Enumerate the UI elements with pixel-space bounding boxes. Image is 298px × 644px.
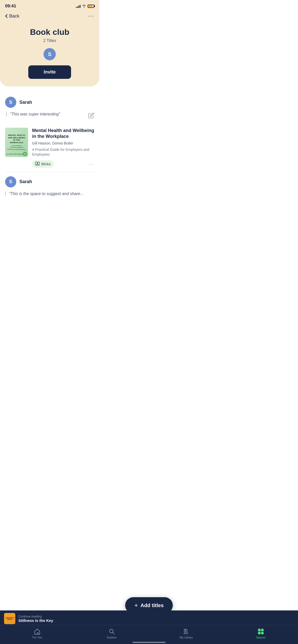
back-label: Back: [9, 13, 19, 19]
status-bar: 09:41: [0, 0, 99, 11]
signal-icon: [76, 4, 80, 8]
back-chevron-icon: [5, 14, 8, 18]
cover-title: MENTAL HEALTH AND WELLBEING IN THE WORKP…: [7, 134, 26, 144]
hero-section: Book club 2 Titles S Invite: [0, 22, 99, 94]
nav-header: Back ···: [0, 11, 99, 22]
member-header: S Sarah: [5, 97, 94, 108]
title-count: 2 Titles: [5, 38, 94, 43]
book-cover[interactable]: MENTAL HEALTH AND WELLBEING IN THE WORKP…: [5, 128, 28, 157]
member-name: Sarah: [19, 100, 32, 105]
battery-icon: [88, 5, 94, 8]
svg-rect-1: [35, 162, 37, 165]
member-quote: "This was super interesting": [6, 112, 86, 116]
blinks-icon: [35, 162, 40, 166]
book-info: Mental Health and Wellbeing in the Workp…: [32, 128, 94, 168]
book-authors: Gill Hasson, Donna Butler: [32, 141, 94, 145]
second-member-section: S Sarah "This is the space to suggest an…: [0, 172, 99, 196]
book-title: Mental Health and Wellbeing in the Workp…: [32, 128, 94, 140]
book-description: A Practical Guide for Employers and Empl…: [32, 147, 94, 157]
wifi-icon: [82, 5, 86, 8]
member-avatar: S: [5, 97, 16, 108]
page-title: Book club: [5, 27, 94, 37]
book-badge-icon: [23, 152, 27, 156]
edit-icon[interactable]: [88, 112, 94, 119]
second-member-name: Sarah: [19, 179, 32, 184]
quote-container: "This was super interesting": [5, 112, 94, 119]
blinks-label: Blinks: [41, 162, 51, 166]
second-member-header: S Sarah: [5, 176, 94, 187]
content-area: S Sarah "This was super interesting" MEN…: [0, 86, 99, 242]
invite-button[interactable]: Invite: [28, 65, 71, 79]
card-more-button[interactable]: ···: [88, 161, 94, 167]
avatar: S: [44, 48, 56, 60]
cover-subtitle: A Practical Guide for Employers and Empl…: [7, 147, 26, 151]
svg-rect-2: [38, 162, 39, 165]
second-member-avatar: S: [5, 176, 16, 187]
member-section: S Sarah "This was super interesting" MEN…: [0, 97, 99, 172]
more-button[interactable]: ···: [88, 13, 94, 19]
second-member-quote: "This is the space to suggest and share.…: [5, 192, 94, 196]
status-time: 09:41: [5, 4, 16, 9]
blinks-badge[interactable]: Blinks: [32, 160, 54, 168]
back-button[interactable]: Back: [5, 13, 19, 19]
book-tags-row: Blinks ···: [32, 160, 94, 168]
book-card: MENTAL HEALTH AND WELLBEING IN THE WORKP…: [5, 124, 94, 172]
status-icons: [76, 4, 94, 8]
